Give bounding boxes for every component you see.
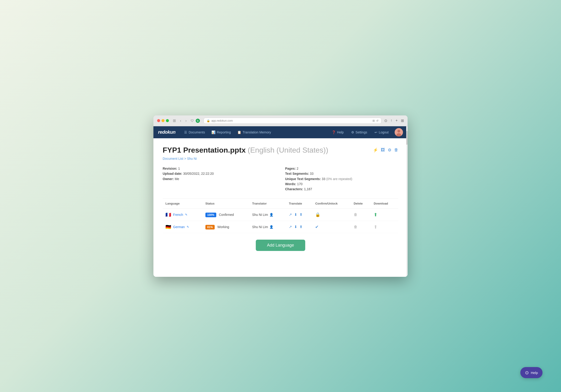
sidebar-toggle-button[interactable]: ⊞: [172, 118, 177, 123]
nav-reporting-label: Reporting: [217, 130, 231, 134]
download-icon[interactable]: ⬆: [374, 212, 378, 217]
unique-segments-value: 33: [322, 177, 325, 181]
share-icon[interactable]: ↑: [390, 118, 392, 123]
cell-language: 🇩🇪 German ✎: [163, 221, 203, 233]
forward-button[interactable]: ›: [184, 118, 188, 123]
delete-row-icon[interactable]: 🗑: [354, 213, 357, 217]
nav-logout[interactable]: ↩ Logout: [371, 126, 392, 138]
scrollbar-thumb[interactable]: [406, 131, 408, 145]
browser-body: redokun ☰ Documents 📊 Reporting 📋 Transl…: [153, 126, 408, 277]
unique-segments-label: Unique Text Segments:: [285, 177, 321, 181]
language-name: German: [173, 225, 185, 229]
help-bubble-label: Help: [531, 371, 538, 375]
edit-language-icon[interactable]: ✎: [187, 225, 189, 228]
nav-help[interactable]: ❓ Help: [329, 126, 347, 138]
status-text: Working: [217, 225, 229, 229]
documents-icon: ☰: [184, 130, 187, 134]
check-icon[interactable]: ✔: [315, 225, 319, 229]
lightning-icon[interactable]: ⚡: [373, 147, 378, 153]
lock-icon[interactable]: 🔒: [315, 212, 320, 217]
address-text: app.redokun.com: [211, 119, 233, 122]
words-value: 170: [297, 182, 302, 186]
translator-name: Shu Ni Lim: [252, 213, 268, 217]
nav-documents[interactable]: ☰ Documents: [181, 126, 208, 138]
address-bar[interactable]: 🔒 app.redokun.com ⊞ ↺: [204, 118, 381, 124]
translate-icon[interactable]: ⊞: [372, 119, 375, 122]
language-table: Language Status Translator Translate Con…: [163, 198, 398, 233]
revision-value: 1: [178, 167, 180, 170]
nav-help-label: Help: [337, 130, 344, 134]
text-segments-item: Text Segments: 33: [285, 171, 398, 176]
col-language: Language: [163, 198, 203, 209]
app-nav: redokun ☰ Documents 📊 Reporting 📋 Transl…: [153, 126, 408, 138]
nav-translation-memory-label: Translation Memory: [243, 130, 271, 134]
download-translate-icon[interactable]: ⬇: [294, 225, 297, 229]
main-content: FYP1 Presentation.pptx (English (United …: [153, 138, 408, 277]
nav-reporting[interactable]: 📊 Reporting: [208, 126, 234, 138]
help-icon: ❓: [332, 130, 336, 134]
settings-icon: ⚙: [351, 130, 354, 134]
language-name: French: [173, 213, 183, 217]
pages-value: 2: [297, 167, 299, 170]
owner-value: Me: [175, 177, 179, 181]
flag-icon: 🇩🇪: [165, 224, 171, 230]
back-button[interactable]: ‹: [179, 118, 182, 123]
upload-translate-icon[interactable]: ⬆: [300, 225, 302, 229]
grid-icon[interactable]: ⊞: [401, 118, 404, 123]
minimize-dot[interactable]: [162, 119, 164, 122]
upload-icon[interactable]: ⬆: [374, 224, 378, 229]
browser-actions: ⊙ ↑ + ⊞: [384, 118, 404, 123]
cell-translator: Shu Ni Lim 👤: [249, 221, 286, 233]
breadcrumb-owner[interactable]: Shu Ni: [187, 157, 197, 160]
owner-item: Owner: Me: [163, 176, 276, 181]
characters-value: 1,187: [304, 187, 312, 191]
download-translate-icon[interactable]: ⬇: [294, 212, 297, 217]
nav-settings[interactable]: ⚙ Settings: [348, 126, 371, 138]
lock-icon: 🔒: [206, 119, 210, 122]
pages-label: Pages:: [285, 167, 296, 170]
title-actions: ⚡ 🖼 ⚙ 🗑: [373, 146, 398, 153]
download-browser-icon[interactable]: ⊙: [384, 118, 387, 123]
scrollbar-track[interactable]: [406, 126, 408, 277]
translator-person-icon: 👤: [270, 213, 273, 217]
upload-date-label: Upload date:: [163, 172, 182, 175]
table-header: Language Status Translator Translate Con…: [163, 198, 398, 209]
meta-right: Pages: 2 Text Segments: 33 Unique Text S…: [285, 166, 398, 192]
refresh-icon[interactable]: ↺: [376, 119, 378, 122]
table-body: 🇫🇷 French ✎ 100% Confirmed Shu Ni Lim 👤 …: [163, 208, 398, 233]
meta-left: Revision: 1 Upload date: 30/05/2022, 22:…: [163, 166, 276, 192]
add-language-button[interactable]: Add Language: [256, 240, 305, 251]
pages-item: Pages: 2: [285, 166, 398, 171]
translator-person-icon: 👤: [270, 225, 273, 229]
open-translate-icon[interactable]: ↗: [289, 225, 292, 229]
breadcrumb: Document List > Shu Ni: [163, 157, 398, 160]
document-settings-icon[interactable]: ⚙: [388, 147, 391, 153]
upload-translate-icon[interactable]: ⬆: [300, 212, 302, 217]
col-translate: Translate: [286, 198, 312, 209]
nav-translation-memory[interactable]: 📋 Translation Memory: [234, 126, 274, 138]
close-dot[interactable]: [157, 119, 160, 122]
nav-settings-label: Settings: [356, 130, 367, 134]
avatar: [395, 128, 403, 136]
help-bubble[interactable]: ⊙ Help: [520, 367, 542, 378]
breadcrumb-document-list[interactable]: Document List: [163, 157, 183, 160]
nav-right: ❓ Help ⚙ Settings ↩ Logout: [329, 126, 403, 138]
new-tab-icon[interactable]: +: [396, 118, 398, 123]
edit-language-icon[interactable]: ✎: [185, 213, 187, 216]
translator-name: Shu Ni Lim: [252, 225, 268, 229]
characters-item: Characters: 1,187: [285, 186, 398, 192]
cell-status: 100% Confirmed: [203, 208, 249, 221]
delete-row-icon[interactable]: 🗑: [354, 225, 357, 229]
text-segments-value: 33: [310, 172, 313, 175]
status-badge: 81%: [205, 225, 215, 229]
browser-window: ⊞ ‹ › 🛡 G 🔒 app.redokun.com ⊞ ↺ ⊙ ↑ + ⊞ …: [153, 115, 408, 277]
open-translate-icon[interactable]: ↗: [289, 212, 292, 217]
unique-segments-note: (0% are repeated): [326, 177, 352, 181]
document-delete-icon[interactable]: 🗑: [394, 147, 398, 152]
characters-label: Characters:: [285, 187, 303, 191]
image-icon[interactable]: 🖼: [381, 147, 385, 152]
browser-nav-buttons: ⊞ ‹ ›: [172, 118, 188, 123]
maximize-dot[interactable]: [166, 119, 169, 122]
translation-memory-icon: 📋: [237, 130, 241, 134]
upload-date-value: 30/05/2022, 22:22:20: [183, 172, 214, 175]
